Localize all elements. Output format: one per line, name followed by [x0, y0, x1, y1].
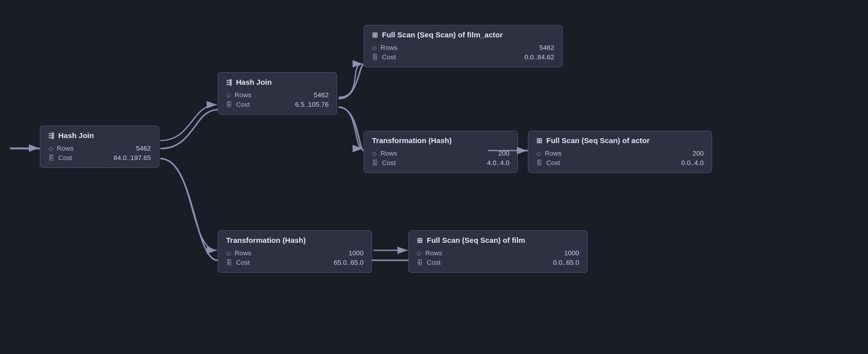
full-scan-film-actor-rows: ◇ Rows 5462 [372, 43, 554, 52]
conn-mid-to-filmactor [339, 65, 364, 99]
cylinder-icon-4: 🗄 [372, 160, 378, 167]
full-scan-actor-node[interactable]: ⊞ Full Scan (Seq Scan) of actor ◇ Rows 2… [528, 131, 712, 173]
full-scan-film-actor-cost: 🗄 Cost 0.0..84.62 [372, 52, 554, 62]
cylinder-icon-6: 🗄 [226, 259, 232, 266]
hash-join-mid-cost: 🗄 Cost 6.5..105.76 [226, 100, 329, 109]
transform-hash-bottom-cost: 🗄 Cost 65.0..65.0 [226, 258, 364, 267]
table-icon: ⊞ [372, 31, 378, 39]
full-scan-film-title: ⊞ Full Scan (Seq Scan) of film [417, 236, 579, 244]
full-scan-actor-title: ⊞ Full Scan (Seq Scan) of actor [536, 136, 704, 145]
cylinder-icon: 🗄 [48, 155, 54, 162]
hash-join-left-node[interactable]: ⇶ Hash Join ◇ Rows 5462 🗄 Cost 84.0..197… [40, 126, 159, 168]
transform-hash-top-cost: 🗄 Cost 4.0..4.0 [372, 158, 509, 168]
table-icon-3: ⊞ [417, 236, 423, 244]
mid-to-transformtop-arrow [339, 107, 363, 149]
hash-join-left-title: ⇶ Hash Join [48, 131, 151, 140]
table-icon-2: ⊞ [536, 137, 542, 145]
hash-join-left-rows: ◇ Rows 5462 [48, 144, 151, 153]
mid-to-filmactor-arrow [339, 64, 363, 97]
cylinder-icon-5: 🗄 [536, 160, 542, 167]
full-scan-film-actor-title: ⊞ Full Scan (Seq Scan) of film_actor [372, 30, 554, 39]
hash-join-mid-node[interactable]: ⇶ Hash Join ◇ Rows 5462 🗄 Cost 6.5..105.… [218, 72, 337, 115]
diamond-icon-6: ◇ [226, 250, 231, 257]
transform-hash-top-node[interactable]: Transformation (Hash) ◇ Rows 200 🗄 Cost … [364, 131, 518, 173]
transform-hash-top-rows: ◇ Rows 200 [372, 149, 509, 158]
left-to-transformbottom-arrow [160, 159, 217, 250]
cylinder-icon-7: 🗄 [417, 259, 423, 266]
left-to-mid-arrow [160, 105, 217, 141]
cylinder-icon-3: 🗄 [372, 54, 378, 61]
diamond-icon-4: ◇ [372, 150, 376, 157]
conn-left-to-mid [160, 110, 218, 149]
diamond-icon: ◇ [48, 145, 53, 152]
full-scan-actor-rows: ◇ Rows 200 [536, 149, 704, 158]
diamond-icon-7: ◇ [417, 250, 421, 257]
full-scan-film-node[interactable]: ⊞ Full Scan (Seq Scan) of film ◇ Rows 10… [408, 230, 588, 273]
hash-join-left-icon: ⇶ [48, 132, 54, 140]
transform-hash-bottom-title: Transformation (Hash) [226, 236, 364, 244]
hash-join-left-cost: 🗄 Cost 84.0..197.65 [48, 153, 151, 163]
transform-hash-top-title: Transformation (Hash) [372, 136, 509, 145]
diamond-icon-5: ◇ [536, 150, 541, 157]
full-scan-film-cost: 🗄 Cost 0.0..65.0 [417, 258, 579, 267]
hash-join-mid-title: ⇶ Hash Join [226, 78, 329, 86]
diamond-icon-3: ◇ [372, 44, 376, 51]
conn-mid-to-transformtop [339, 107, 364, 151]
query-plan-canvas: ⇶ Hash Join ◇ Rows 5462 🗄 Cost 84.0..197… [0, 0, 868, 354]
cylinder-icon-2: 🗄 [226, 101, 232, 108]
conn-left-to-transformbottom [160, 159, 218, 260]
full-scan-film-rows: ◇ Rows 1000 [417, 248, 579, 258]
transform-hash-bottom-node[interactable]: Transformation (Hash) ◇ Rows 1000 🗄 Cost… [218, 230, 372, 273]
full-scan-actor-cost: 🗄 Cost 0.0..4.0 [536, 158, 704, 168]
diamond-icon-2: ◇ [226, 92, 231, 99]
hash-join-mid-icon: ⇶ [226, 78, 232, 86]
hash-join-mid-rows: ◇ Rows 5462 [226, 90, 329, 100]
transform-hash-bottom-rows: ◇ Rows 1000 [226, 248, 364, 258]
full-scan-film-actor-node[interactable]: ⊞ Full Scan (Seq Scan) of film_actor ◇ R… [364, 25, 563, 67]
